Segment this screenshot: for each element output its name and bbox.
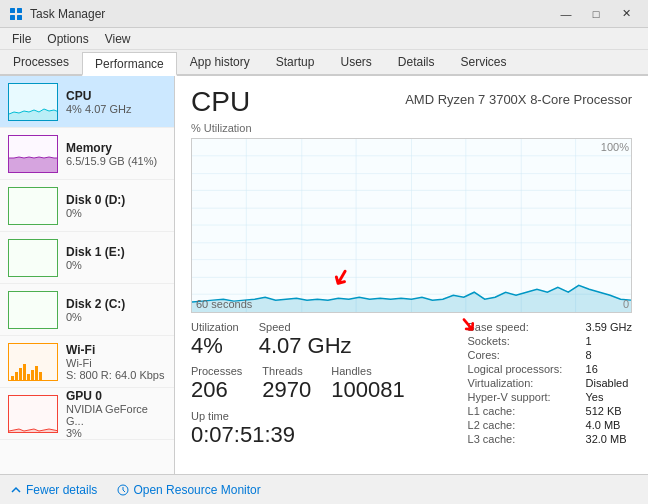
svg-marker-7 bbox=[9, 157, 58, 173]
open-resource-monitor-button[interactable]: Open Resource Monitor bbox=[117, 483, 260, 497]
disk0-name: Disk 0 (D:) bbox=[66, 193, 166, 207]
tab-processes[interactable]: Processes bbox=[0, 50, 82, 74]
svg-rect-17 bbox=[31, 370, 34, 381]
uptime-value: 0:07:51:39 bbox=[191, 422, 295, 448]
info-row-base-speed: Base speed: 3.59 GHz bbox=[468, 321, 632, 333]
panel-title: CPU bbox=[191, 86, 250, 118]
cores-key: Cores: bbox=[468, 349, 578, 361]
app-icon bbox=[8, 6, 24, 22]
info-section: ➜ Base speed: 3.59 GHz Sockets: 1 Cores:… bbox=[468, 321, 632, 447]
svg-rect-1 bbox=[17, 8, 22, 13]
maximize-button[interactable]: □ bbox=[582, 4, 610, 24]
threads-label: Threads bbox=[262, 365, 311, 377]
wifi-speed: S: 800 R: 64.0 Kbps bbox=[66, 369, 166, 381]
sidebar-item-disk2[interactable]: Disk 2 (C:) 0% bbox=[0, 284, 174, 336]
tab-performance[interactable]: Performance bbox=[82, 52, 177, 76]
info-row-logical: Logical processors: 16 bbox=[468, 363, 632, 375]
processes-label: Processes bbox=[191, 365, 242, 377]
fewer-details-label: Fewer details bbox=[26, 483, 97, 497]
close-button[interactable]: ✕ bbox=[612, 4, 640, 24]
right-panel: CPU AMD Ryzen 7 3700X 8-Core Processor %… bbox=[175, 76, 648, 474]
virt-val: Disabled bbox=[586, 377, 629, 389]
window-title: Task Manager bbox=[30, 7, 552, 21]
info-row-l2: L2 cache: 4.0 MB bbox=[468, 419, 632, 431]
cpu-sidebar-info: CPU 4% 4.07 GHz bbox=[66, 89, 166, 115]
gpu0-mini-graph bbox=[8, 395, 58, 433]
svg-rect-18 bbox=[35, 366, 38, 381]
svg-rect-19 bbox=[39, 372, 42, 381]
svg-line-41 bbox=[123, 490, 125, 492]
sidebar-item-gpu0[interactable]: GPU 0 NVIDIA GeForce G... 3% bbox=[0, 388, 174, 440]
info-row-l3: L3 cache: 32.0 MB bbox=[468, 433, 632, 445]
minimize-button[interactable]: — bbox=[552, 4, 580, 24]
threads-value: 2970 bbox=[262, 377, 311, 403]
disk2-detail: 0% bbox=[66, 311, 166, 323]
chart-top-label: 100% bbox=[601, 141, 629, 153]
svg-rect-13 bbox=[15, 372, 18, 381]
cpu-chart: 100% bbox=[191, 138, 632, 313]
sidebar-item-disk0[interactable]: Disk 0 (D:) 0% bbox=[0, 180, 174, 232]
l2-val: 4.0 MB bbox=[586, 419, 621, 431]
menu-view[interactable]: View bbox=[97, 28, 139, 49]
sidebar-item-cpu[interactable]: CPU 4% 4.07 GHz bbox=[0, 76, 174, 128]
tab-app-history[interactable]: App history bbox=[177, 50, 263, 74]
disk1-mini-graph bbox=[8, 239, 58, 277]
svg-rect-0 bbox=[10, 8, 15, 13]
open-resource-monitor-label: Open Resource Monitor bbox=[133, 483, 260, 497]
gpu0-pct: 3% bbox=[66, 427, 166, 439]
tab-users[interactable]: Users bbox=[327, 50, 384, 74]
stats-row-3: Up time 0:07:51:39 bbox=[191, 410, 405, 448]
cpu-mini-graph bbox=[8, 83, 58, 121]
svg-rect-2 bbox=[10, 15, 15, 20]
sidebar-item-disk1[interactable]: Disk 1 (E:) 0% bbox=[0, 232, 174, 284]
info-row-virt: Virtualization: Disabled bbox=[468, 377, 632, 389]
disk2-sidebar-info: Disk 2 (C:) 0% bbox=[66, 297, 166, 323]
sidebar-item-memory[interactable]: Memory 6.5/15.9 GB (41%) bbox=[0, 128, 174, 180]
chart-section: % Utilization 100% bbox=[191, 122, 632, 313]
sockets-val: 1 bbox=[586, 335, 592, 347]
fewer-details-button[interactable]: Fewer details bbox=[10, 483, 97, 497]
svg-rect-8 bbox=[9, 188, 58, 225]
memory-name: Memory bbox=[66, 141, 166, 155]
tab-details[interactable]: Details bbox=[385, 50, 448, 74]
info-row-hyper: Hyper-V support: Yes bbox=[468, 391, 632, 403]
bottom-bar: Fewer details Open Resource Monitor bbox=[0, 474, 648, 504]
menu-file[interactable]: File bbox=[4, 28, 39, 49]
svg-rect-10 bbox=[9, 292, 58, 329]
hyper-val: Yes bbox=[586, 391, 604, 403]
handles-label: Handles bbox=[331, 365, 404, 377]
wifi-detail: Wi-Fi bbox=[66, 357, 166, 369]
info-row-cores: Cores: 8 bbox=[468, 349, 632, 361]
stats-row-1: Utilization 4% Speed 4.07 GHz bbox=[191, 321, 405, 359]
hyper-key: Hyper-V support: bbox=[468, 391, 578, 403]
svg-rect-15 bbox=[23, 364, 26, 381]
memory-sidebar-info: Memory 6.5/15.9 GB (41%) bbox=[66, 141, 166, 167]
tab-bar: Processes Performance App history Startu… bbox=[0, 50, 648, 76]
disk0-detail: 0% bbox=[66, 207, 166, 219]
handles-block: Handles 100081 bbox=[331, 365, 404, 403]
l1-key: L1 cache: bbox=[468, 405, 578, 417]
svg-rect-3 bbox=[17, 15, 22, 20]
tab-services[interactable]: Services bbox=[448, 50, 520, 74]
sidebar-item-wifi[interactable]: Wi-Fi Wi-Fi S: 800 R: 64.0 Kbps bbox=[0, 336, 174, 388]
disk1-sidebar-info: Disk 1 (E:) 0% bbox=[66, 245, 166, 271]
speed-value: 4.07 GHz bbox=[259, 333, 352, 359]
svg-rect-20 bbox=[9, 396, 58, 433]
chart-right-label: 0 bbox=[623, 298, 629, 310]
window-controls: — □ ✕ bbox=[552, 4, 640, 24]
utilization-value: 4% bbox=[191, 333, 239, 359]
menu-bar: File Options View bbox=[0, 28, 648, 50]
speed-label: Speed bbox=[259, 321, 352, 333]
tab-startup[interactable]: Startup bbox=[263, 50, 328, 74]
uptime-block: Up time 0:07:51:39 bbox=[191, 410, 295, 448]
title-bar: Task Manager — □ ✕ bbox=[0, 0, 648, 28]
info-row-sockets: Sockets: 1 bbox=[468, 335, 632, 347]
wifi-name: Wi-Fi bbox=[66, 343, 166, 357]
svg-rect-12 bbox=[11, 376, 14, 381]
svg-rect-9 bbox=[9, 240, 58, 277]
processes-value: 206 bbox=[191, 377, 242, 403]
menu-options[interactable]: Options bbox=[39, 28, 96, 49]
chart-time-label: 60 seconds bbox=[196, 298, 252, 310]
gpu0-sidebar-info: GPU 0 NVIDIA GeForce G... 3% bbox=[66, 389, 166, 439]
sockets-key: Sockets: bbox=[468, 335, 578, 347]
